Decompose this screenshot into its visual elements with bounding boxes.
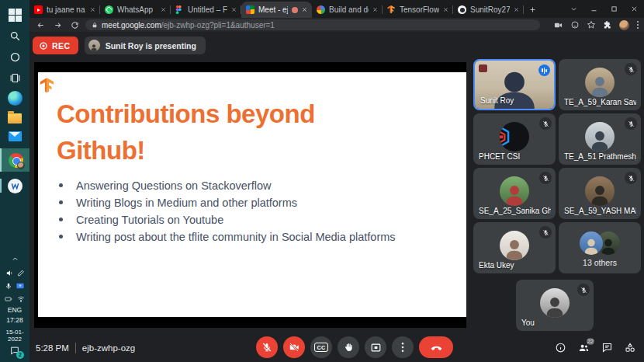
participant-tile-prathmesh[interactable]: TE_A_51 Prathmesh_Pa… (559, 113, 641, 165)
tab-close-icon[interactable] (443, 7, 448, 12)
tab-close-icon[interactable] (231, 7, 237, 12)
tab-close-icon[interactable] (161, 7, 166, 12)
participant-name: TE_A_59_Karan Savaliya (564, 98, 636, 106)
bookmark-star-icon[interactable] (587, 20, 596, 30)
more-options-button[interactable] (392, 336, 414, 358)
tab-close-icon[interactable] (372, 7, 378, 12)
screenshare-tray-icon[interactable] (16, 282, 25, 291)
present-screen-button[interactable] (365, 336, 386, 358)
leave-call-button[interactable] (419, 336, 453, 358)
taskbar-item-mail[interactable] (0, 127, 29, 144)
participant-tile-yash[interactable]: SE_A_59_YASH MAHAJ… (559, 168, 641, 219)
browser-menu-kebab-icon[interactable] (636, 20, 639, 30)
tab-search-button[interactable] (563, 0, 583, 18)
bullet-text: Writing Blogs in Medium and other platfo… (76, 194, 297, 211)
action-center-button[interactable]: 2 (0, 340, 29, 360)
meeting-details-button[interactable] (555, 342, 566, 353)
meet-bottom-bar: 5:28 PM ejb-zwhp-ozg CC (29, 333, 644, 362)
start-button[interactable] (0, 5, 29, 25)
tab-whatsapp[interactable]: WhatsApp (100, 2, 171, 18)
activities-button[interactable] (624, 342, 636, 353)
tray-expand-button[interactable] (0, 253, 29, 264)
participant-tile-phcet-csi[interactable]: PHCET CSI (473, 113, 556, 165)
wifi-icon[interactable] (16, 295, 26, 303)
mic-tray-icon[interactable] (5, 282, 12, 291)
tab-codelab[interactable]: Build and deploy a (312, 2, 383, 18)
minimize-button[interactable] (583, 0, 604, 18)
tab-close-icon[interactable] (90, 7, 95, 12)
address-bar[interactable]: meet.google.com/ejb-zwhp-ozg?pli=1&authu… (85, 19, 540, 30)
taskbar-item-word[interactable] (0, 176, 29, 196)
participant-name: SE_A_25_Sanika Gharat (479, 207, 551, 215)
taskbar-search-button[interactable] (0, 26, 29, 46)
mic-toggle-button-muted[interactable] (256, 336, 278, 358)
tab-meet-active[interactable]: Meet - ejb-zwh (241, 2, 312, 18)
taskbar-item-edge[interactable] (0, 88, 29, 108)
tray-language[interactable]: ENG (0, 306, 29, 314)
mic-off-icon (625, 117, 637, 130)
file-explorer-icon (8, 113, 22, 124)
lock-icon (92, 22, 98, 29)
forward-button[interactable] (51, 19, 64, 31)
call-controls: CC (256, 336, 453, 358)
participant-tile-sanika[interactable]: SE_A_25_Sanika Gharat (473, 168, 556, 219)
bullet-text: Answering Questions on Stackoverflow (76, 177, 271, 194)
participant-tile-others[interactable]: 13 others (559, 222, 641, 273)
chrome-window: tu jaane na lofi - Yo WhatsApp Untitled … (29, 0, 644, 362)
raise-hand-button[interactable] (338, 336, 359, 358)
plus-icon (529, 6, 536, 13)
presenting-text: Sunit Roy is presenting (106, 41, 196, 50)
raise-hand-icon (343, 342, 354, 353)
participant-name: PHCET CSI (479, 152, 551, 161)
tab-tensorflow-hub[interactable]: TensorFlow Hub (383, 2, 453, 18)
tab-recording-indicator (292, 7, 298, 13)
participant-tile-you[interactable]: You (516, 280, 594, 331)
slide-bullet: Writing post about the tflite community … (55, 228, 428, 245)
task-view-button[interactable] (0, 68, 29, 88)
profile-avatar[interactable] (619, 20, 629, 30)
new-tab-button[interactable] (524, 2, 541, 18)
taskbar-item-explorer[interactable] (0, 108, 29, 128)
extensions-puzzle-icon[interactable] (603, 20, 612, 30)
presentation-slide: Contributions beyond Github! Answering Q… (38, 72, 466, 317)
battery-icon[interactable] (4, 295, 13, 303)
tab-strip: tu jaane na lofi - Yo WhatsApp Untitled … (29, 0, 644, 18)
toolbar-right-icons (553, 20, 639, 30)
tray-row-3 (0, 295, 29, 303)
avatar (500, 176, 529, 206)
maximize-button[interactable] (604, 0, 624, 18)
mic-off-icon (577, 284, 590, 296)
back-button[interactable] (34, 19, 47, 31)
camera-in-use-icon[interactable] (553, 21, 563, 30)
notification-count-badge: 2 (16, 351, 24, 359)
participant-tile-ekta[interactable]: Ekta Ukey (473, 222, 556, 273)
windows-taskbar: ENG 17:28 15-01-2022 2 (0, 0, 29, 362)
cortana-button[interactable] (0, 47, 29, 67)
pen-icon[interactable] (17, 269, 25, 277)
tab-close-icon[interactable] (514, 7, 519, 12)
screen-share-stage[interactable]: Contributions beyond Github! Answering Q… (34, 62, 466, 328)
tab-close-icon[interactable] (302, 7, 307, 12)
chat-button[interactable] (601, 342, 613, 353)
camera-toggle-button-off[interactable] (283, 336, 305, 358)
mail-icon (9, 131, 22, 141)
participant-tile-karan[interactable]: TE_A_59_Karan Savaliya (559, 59, 641, 110)
desktop-screen: ENG 17:28 15-01-2022 2 tu jaane na lofi … (0, 0, 644, 362)
tab-figma[interactable]: Untitled – Figma (171, 2, 241, 18)
close-window-button[interactable] (624, 0, 644, 18)
tab-youtube[interactable]: tu jaane na lofi - Yo (29, 2, 100, 18)
meet-page: REC Sunit Roy is presenting Contribution… (29, 32, 644, 362)
reload-button[interactable] (68, 19, 81, 31)
extension-badge-icon[interactable] (570, 20, 580, 30)
show-people-button[interactable]: 22 (577, 342, 590, 353)
tray-clock-time[interactable]: 17:28 (0, 316, 29, 324)
taskbar-item-chrome-active[interactable] (0, 148, 29, 172)
close-icon (631, 5, 638, 12)
captions-button[interactable]: CC (310, 336, 332, 358)
tab-github[interactable]: SunitRoy2703/Obj (453, 2, 524, 18)
volume-icon[interactable] (5, 269, 14, 277)
task-view-icon (9, 72, 21, 84)
participant-tile-sunit-roy[interactable]: Sunit Roy (473, 59, 556, 110)
tray-row-1 (0, 269, 29, 277)
meeting-code: ejb-zwhp-ozg (82, 343, 135, 353)
